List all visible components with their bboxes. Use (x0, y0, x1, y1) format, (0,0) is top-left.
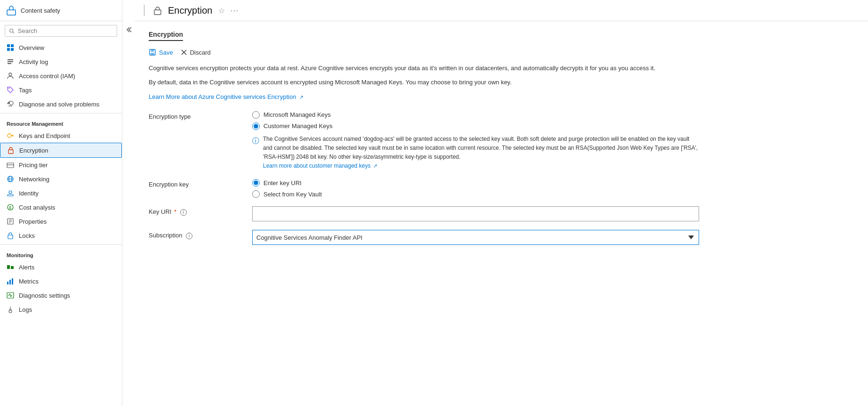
learn-more-cognitive-link-para: Learn More about Azure Cognitive service… (149, 92, 666, 102)
svg-rect-39 (151, 49, 154, 52)
key-uri-row: Key URI * i (149, 206, 854, 221)
top-bar-divider (144, 5, 144, 16)
key-uri-tooltip-icon[interactable]: i (180, 209, 187, 216)
networking-label: Networking (19, 176, 49, 183)
discard-icon (181, 49, 187, 56)
sidebar-item-encryption[interactable]: Encryption (0, 143, 122, 158)
sidebar-item-pricing-tier[interactable]: Pricing tier (0, 158, 122, 172)
logs-icon (7, 306, 14, 313)
encryption-key-radio-group: Enter key URI Select from Key Vault (252, 179, 699, 198)
cmk-radio-item[interactable]: Customer Managed Keys (252, 122, 699, 130)
svg-rect-9 (8, 63, 11, 64)
sidebar-nav: Overview Activity log Access control (IA… (0, 41, 122, 406)
sidebar-item-keys-endpoint[interactable]: Keys and Endpoint (0, 129, 122, 143)
encryption-icon (7, 146, 15, 154)
diagnose-label: Diagnose and solve problems (19, 101, 99, 108)
enter-uri-radio[interactable] (252, 179, 260, 187)
discard-button[interactable]: Discard (181, 49, 211, 56)
learn-more-cmk-link[interactable]: Learn more about customer managed keys (263, 162, 371, 169)
tag-icon (7, 86, 14, 94)
enter-uri-radio-item[interactable]: Enter key URI (252, 179, 699, 187)
select-vault-radio-item[interactable]: Select from Key Vault (252, 190, 699, 198)
save-button[interactable]: Save (149, 49, 173, 56)
app-title: Content safety (21, 7, 60, 14)
key-uri-input[interactable] (252, 206, 699, 221)
sidebar-item-overview[interactable]: Overview (0, 41, 122, 55)
keys-endpoint-label: Keys and Endpoint (19, 132, 70, 139)
subscription-label-cell: Subscription i (149, 230, 243, 239)
svg-rect-29 (7, 265, 10, 269)
mmk-radio-item[interactable]: Microsoft Managed Keys (252, 111, 699, 119)
list-icon (7, 58, 14, 65)
diagnostic-settings-label: Diagnostic settings (19, 292, 70, 299)
select-vault-radio[interactable] (252, 190, 260, 198)
discard-label: Discard (190, 49, 211, 56)
cost-analysis-label: Cost analysis (19, 204, 55, 211)
info-box: ⓘ The Cognitive Services account named '… (252, 135, 699, 171)
sidebar-item-tags[interactable]: Tags (0, 83, 122, 97)
encryption-key-row: Encryption key Enter key URI Select from… (149, 179, 854, 198)
info-text: The Cognitive Services account named 'do… (263, 135, 699, 171)
svg-rect-28 (8, 235, 13, 239)
enter-uri-label: Enter key URI (263, 179, 302, 187)
main-content: Encryption ☆ ··· Encryption Save Discar (135, 0, 868, 406)
sidebar-item-diagnose[interactable]: Diagnose and solve problems (0, 97, 122, 111)
external-link-icon-1: ↗ (299, 94, 303, 100)
encryption-type-label: Encryption type (149, 111, 243, 120)
description-1: Cognitive services encryption protects y… (149, 64, 666, 73)
key-icon (7, 132, 14, 139)
cost-icon: $ (7, 203, 14, 211)
sidebar-item-identity[interactable]: Identity (0, 186, 122, 200)
svg-rect-4 (11, 44, 14, 47)
sidebar-item-alerts[interactable]: Alerts (0, 260, 122, 274)
sidebar-item-cost-analysis[interactable]: $ Cost analysis (0, 200, 122, 214)
svg-point-36 (10, 309, 11, 310)
sidebar-header: Content safety (0, 0, 122, 21)
encryption-type-control: Microsoft Managed Keys Customer Managed … (252, 111, 699, 171)
svg-point-10 (9, 73, 12, 76)
info-circle-icon: ⓘ (252, 135, 259, 171)
sidebar-item-access-control[interactable]: Access control (IAM) (0, 69, 122, 83)
properties-icon (7, 218, 14, 225)
search-box[interactable] (5, 25, 117, 37)
logs-label: Logs (19, 306, 32, 313)
sidebar-item-metrics[interactable]: Metrics (0, 274, 122, 288)
svg-rect-3 (7, 44, 10, 47)
properties-label: Properties (19, 218, 47, 225)
collapse-sidebar-button[interactable] (122, 24, 135, 37)
sidebar-item-properties[interactable]: Properties (0, 214, 122, 228)
subscription-control: Cognitive Services Anomaly Finder API (252, 230, 699, 245)
sidebar-item-diagnostic-settings[interactable]: Diagnostic settings (0, 288, 122, 302)
svg-rect-15 (7, 163, 14, 168)
alerts-label: Alerts (19, 264, 34, 271)
mmk-radio[interactable] (252, 111, 260, 119)
sidebar-item-logs[interactable]: Logs (0, 302, 122, 317)
pricing-icon (7, 161, 14, 169)
sidebar-item-locks[interactable]: Locks (0, 228, 122, 243)
cmk-radio[interactable] (252, 122, 260, 130)
search-input[interactable] (18, 27, 113, 34)
more-options-icon[interactable]: ··· (231, 6, 239, 16)
search-icon (9, 28, 15, 34)
svg-rect-6 (11, 48, 14, 51)
sidebar-item-activity-log[interactable]: Activity log (0, 55, 122, 69)
sidebar-item-networking[interactable]: Networking (0, 172, 122, 186)
diagnostic-icon (7, 292, 14, 299)
toolbar: Save Discard (149, 49, 854, 56)
svg-point-13 (8, 134, 11, 138)
top-bar: Encryption ☆ ··· (135, 0, 868, 21)
content-area: Encryption Save Discard Cognitive servi (135, 21, 868, 406)
encryption-key-control: Enter key URI Select from Key Vault (252, 179, 699, 198)
encryption-key-label: Encryption key (149, 179, 243, 188)
svg-rect-5 (7, 48, 10, 51)
bookmark-icon[interactable]: ☆ (218, 6, 225, 15)
subscription-select[interactable]: Cognitive Services Anomaly Finder API (252, 230, 699, 245)
subscription-label: Subscription (149, 232, 183, 239)
key-uri-label-cell: Key URI * i (149, 206, 243, 216)
learn-more-cognitive-link[interactable]: Learn More about Azure Cognitive service… (149, 93, 296, 100)
svg-rect-33 (12, 278, 13, 284)
subscription-tooltip-icon[interactable]: i (186, 233, 192, 239)
identity-icon (7, 189, 14, 197)
access-control-label: Access control (IAM) (19, 73, 75, 80)
svg-rect-8 (8, 61, 13, 62)
